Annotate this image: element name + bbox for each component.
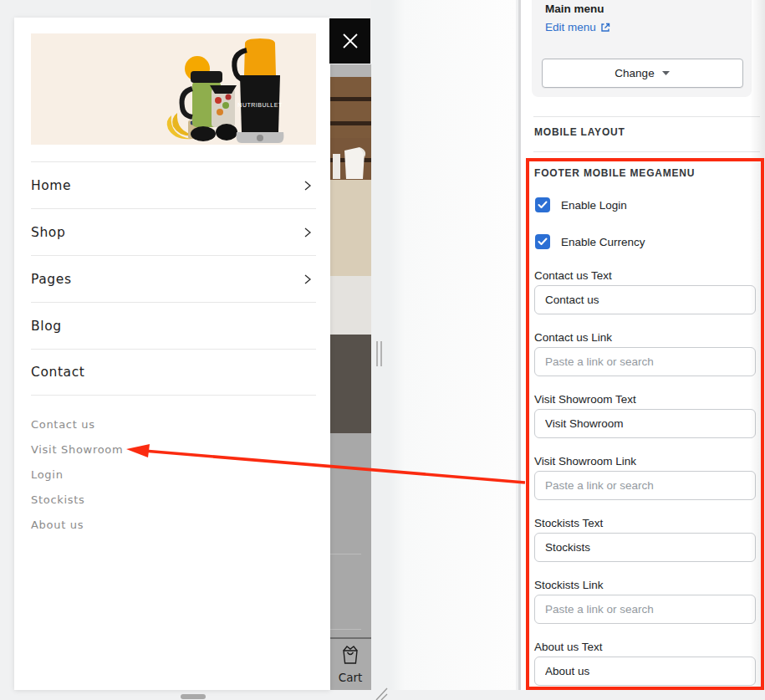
main-menu-list: Home Shop Pages Blog Contact	[31, 161, 316, 396]
divider	[533, 116, 760, 117]
page-behind-divider	[329, 554, 361, 554]
preview-resize-handle[interactable]	[376, 341, 384, 366]
menu-item-pages[interactable]: Pages	[31, 255, 316, 302]
footer-link-about-us[interactable]: About us	[31, 512, 282, 537]
horizontal-scrollbar[interactable]	[181, 694, 206, 699]
svg-text:NUTRIBULLET: NUTRIBULLET	[237, 102, 283, 108]
shopping-bag-icon	[340, 644, 360, 666]
enable-login-label: Enable Login	[561, 199, 627, 212]
about-us-text-label: About us Text	[534, 641, 603, 653]
footer-link-login[interactable]: Login	[31, 462, 282, 487]
menu-setting-title: Main menu	[545, 3, 604, 15]
external-link-icon	[600, 23, 610, 33]
contact-us-link-label: Contact us Link	[534, 331, 612, 344]
contact-us-text-input[interactable]	[534, 285, 756, 314]
corner-resize-handle[interactable]	[374, 687, 389, 700]
menu-setting-card: Main menu Edit menu Change	[532, 0, 752, 97]
footer-mobile-megamenu-heading: FOOTER MOBILE MEGAMENU	[534, 167, 695, 179]
enable-login-checkbox-row[interactable]: Enable Login	[535, 197, 627, 212]
theme-editor: Cart	[0, 0, 765, 700]
menu-item-contact[interactable]: Contact	[31, 349, 316, 396]
visit-showroom-text-label: Visit Showroom Text	[534, 393, 636, 406]
menu-item-blog[interactable]: Blog	[31, 302, 316, 349]
page-behind-light-area	[329, 276, 371, 335]
change-menu-button[interactable]: Change	[542, 59, 743, 88]
stockists-text-input[interactable]	[534, 533, 756, 562]
menu-item-home[interactable]: Home	[31, 161, 316, 208]
about-us-text-input[interactable]	[534, 657, 756, 686]
close-menu-button[interactable]	[329, 18, 370, 64]
menu-item-shop[interactable]: Shop	[31, 208, 316, 255]
pitcher-image	[331, 139, 370, 181]
stockists-link-label: Stockists Link	[534, 579, 604, 591]
footer-link-contact-us[interactable]: Contact us	[31, 411, 282, 437]
mobile-menu-drawer: NUTRIBULLET Home Shop Pages Blog	[14, 18, 330, 690]
page-behind-divider	[329, 629, 361, 630]
footer-link-stockists[interactable]: Stockists	[31, 487, 282, 512]
preview-background	[371, 0, 516, 690]
footer-megamenu-links: Contact us Visit Showroom Login Stockist…	[31, 411, 282, 537]
enable-currency-label: Enable Currency	[561, 236, 645, 248]
divider	[533, 151, 760, 152]
page-behind-cabinet	[329, 180, 371, 276]
checkbox-checked-icon[interactable]	[535, 234, 550, 249]
visit-showroom-link-label: Visit Showroom Link	[534, 455, 636, 468]
footer-link-visit-showroom[interactable]: Visit Showroom	[31, 437, 282, 462]
chevron-right-icon	[301, 180, 313, 192]
stockists-text-label: Stockists Text	[534, 517, 603, 529]
chevron-right-icon	[301, 273, 313, 285]
logo-illustration: NUTRIBULLET	[31, 33, 316, 145]
chevron-right-icon	[301, 227, 313, 238]
page-behind-dark-area	[329, 335, 371, 433]
sidebar-scroll-shadow	[750, 0, 765, 690]
caret-down-icon	[661, 70, 671, 76]
visit-showroom-link-input[interactable]	[534, 471, 756, 500]
contact-us-text-label: Contact us Text	[534, 269, 612, 282]
enable-currency-checkbox-row[interactable]: Enable Currency	[535, 234, 645, 249]
mobile-layout-heading: MOBILE LAYOUT	[534, 126, 625, 138]
stockists-link-input[interactable]	[534, 595, 756, 624]
page-behind-header-band	[329, 64, 371, 77]
page-behind-wood-wall	[329, 77, 371, 138]
edit-menu-link[interactable]: Edit menu	[545, 21, 610, 33]
store-logo[interactable]: NUTRIBULLET	[31, 33, 316, 145]
cart-button[interactable]: Cart	[329, 644, 371, 684]
page-behind-dimmed-area	[329, 433, 371, 637]
cart-label: Cart	[329, 671, 371, 684]
settings-sidebar: Main menu Edit menu Change MOBILE LAYOUT…	[518, 0, 765, 690]
close-icon	[341, 32, 360, 50]
checkbox-checked-icon[interactable]	[535, 197, 550, 212]
visit-showroom-text-input[interactable]	[534, 409, 756, 438]
contact-us-link-input[interactable]	[534, 347, 756, 376]
